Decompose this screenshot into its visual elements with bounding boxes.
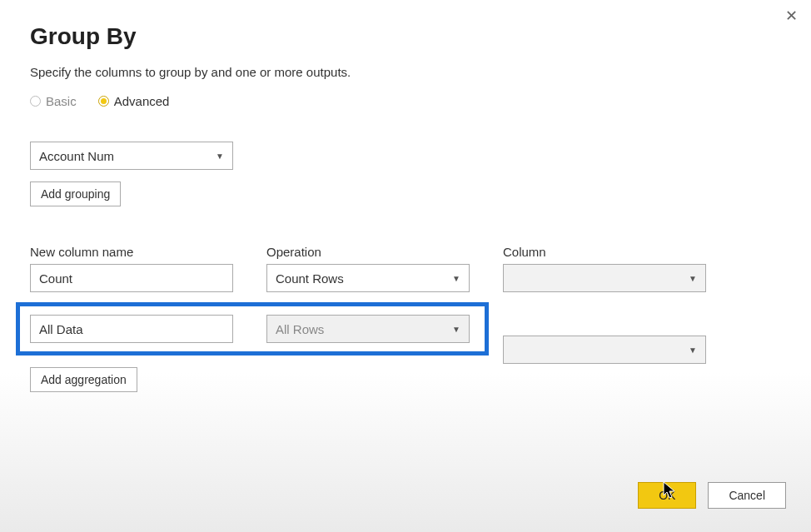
chevron-down-icon: ▼ (452, 325, 460, 334)
close-icon[interactable]: ✕ (785, 8, 798, 23)
mode-basic-label: Basic (46, 94, 77, 108)
mode-advanced-radio[interactable]: Advanced (98, 94, 170, 108)
add-aggregation-button[interactable]: Add aggregation (30, 367, 137, 392)
chevron-down-icon: ▼ (216, 152, 224, 161)
chevron-down-icon: ▼ (689, 274, 697, 283)
agg-name-input[interactable]: All Data (30, 315, 233, 343)
radio-unchecked-icon (30, 96, 41, 107)
mode-basic-radio[interactable]: Basic (30, 94, 77, 108)
agg-operation-value: All Rows (276, 322, 324, 336)
header-new-column-name: New column name (30, 245, 233, 259)
dialog-subtitle: Specify the columns to group by and one … (30, 65, 781, 79)
chevron-down-icon: ▼ (689, 346, 697, 355)
header-column: Column (503, 245, 706, 259)
chevron-down-icon: ▼ (452, 274, 460, 283)
radio-checked-icon (98, 96, 109, 107)
add-grouping-button[interactable]: Add grouping (30, 181, 121, 206)
header-operation: Operation (266, 245, 470, 259)
group-by-column-dropdown[interactable]: Account Num ▼ (30, 142, 233, 170)
agg-column-dropdown: ▼ (503, 336, 706, 364)
highlighted-aggregation-row: All Data All Rows ▼ (16, 302, 489, 355)
aggregation-row: Count Count Rows ▼ ▼ (30, 264, 781, 292)
agg-operation-dropdown[interactable]: All Rows ▼ (266, 315, 470, 343)
agg-name-input[interactable]: Count (30, 264, 233, 292)
cancel-button[interactable]: Cancel (708, 482, 786, 509)
agg-operation-dropdown[interactable]: Count Rows ▼ (266, 264, 470, 292)
mode-advanced-label: Advanced (114, 94, 170, 108)
agg-name-value: All Data (39, 322, 83, 336)
agg-column-dropdown: ▼ (503, 264, 706, 292)
dialog-title: Group By (30, 23, 781, 50)
ok-button[interactable]: OK (638, 482, 696, 509)
group-by-column-value: Account Num (39, 149, 114, 163)
agg-name-value: Count (39, 271, 72, 286)
agg-operation-value: Count Rows (276, 271, 344, 286)
